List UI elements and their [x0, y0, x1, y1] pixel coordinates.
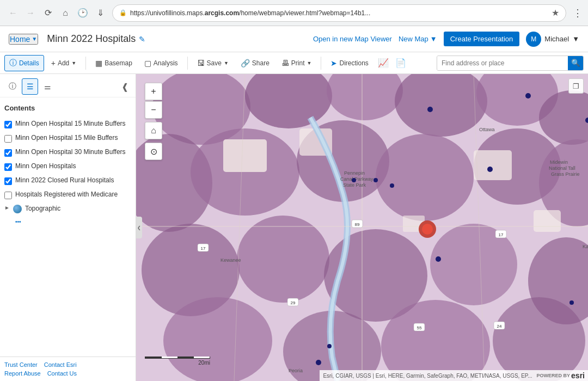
list-item[interactable]: Minn Open Hospital 15 Mile Buffers: [4, 134, 131, 143]
contact-us-link[interactable]: Contact Us: [47, 370, 77, 377]
list-item[interactable]: Hospitals Registered with Medicare: [4, 190, 131, 199]
layer-checkbox-l3[interactable]: [4, 149, 12, 157]
sidebar-collapse-handle[interactable]: ❮: [136, 217, 142, 238]
layer-checkbox-l5[interactable]: [4, 177, 12, 185]
trust-center-link[interactable]: Trust Center: [4, 361, 38, 368]
divider: [321, 57, 321, 70]
chevron-right-icon: ►: [4, 205, 10, 211]
svg-point-62: [487, 167, 493, 172]
svg-text:Peoria: Peoria: [289, 368, 303, 373]
forward-button[interactable]: →: [23, 5, 38, 21]
search-icon: 🔍: [571, 59, 580, 67]
sidebar-info-button[interactable]: ⓘ: [4, 78, 21, 95]
new-map-button[interactable]: New Map ▼: [399, 35, 437, 43]
locate-button[interactable]: ⊙: [145, 143, 162, 160]
sidebar-collapse-button[interactable]: ❰: [118, 80, 131, 93]
nav-buttons: ← → ⟳ ⌂ 🕑 ⇓: [5, 5, 108, 21]
layer-name: Minn Open Hospital 15 Mile Buffers: [15, 134, 118, 143]
user-menu[interactable]: M Michael ▼: [526, 32, 579, 47]
history-button[interactable]: 🕑: [75, 5, 90, 21]
add-button[interactable]: + Add ▼: [46, 55, 81, 71]
zoom-out-button[interactable]: −: [145, 101, 162, 119]
avatar: M: [526, 32, 541, 47]
download-button[interactable]: ⇓: [93, 5, 108, 21]
search-bar[interactable]: 🔍: [437, 56, 584, 71]
map-expand-button[interactable]: ❐: [568, 78, 584, 94]
reload-button[interactable]: ⟳: [40, 5, 56, 21]
app-header: Home ▼ Minn 2022 Hospitals ✎ Open in new…: [0, 26, 588, 52]
list-item[interactable]: Minn 2022 Closed Rural Hospitals: [4, 176, 131, 185]
share-icon: 🔗: [241, 59, 250, 67]
svg-text:17: 17: [499, 232, 504, 237]
svg-text:Grass Prairie: Grass Prairie: [551, 171, 580, 177]
print-icon: 🖶: [281, 59, 289, 67]
home-button[interactable]: ⌂: [58, 5, 73, 21]
zoom-in-button[interactable]: +: [145, 83, 162, 100]
url-text: https://univofillinois.maps.arcgis.com/h…: [130, 9, 548, 17]
layer-options-dots[interactable]: •••: [15, 219, 131, 225]
svg-text:17: 17: [201, 246, 206, 251]
info-icon: ⓘ: [9, 58, 17, 68]
table-button[interactable]: 📄: [393, 56, 408, 71]
share-button[interactable]: 🔗 Share: [236, 55, 274, 71]
report-abuse-link[interactable]: Report Abuse: [4, 370, 41, 377]
chart-icon: 📈: [378, 58, 389, 68]
sidebar-footer: Trust Center Contact Esri Report Abuse C…: [0, 357, 136, 381]
svg-text:24: 24: [497, 324, 502, 329]
layer-checkbox-l2[interactable]: [4, 135, 12, 143]
basemap-button[interactable]: ▦ Basemap: [90, 55, 137, 71]
list-item[interactable]: Minn Open Hospitals: [4, 162, 131, 171]
svg-text:29: 29: [291, 300, 296, 305]
esri-brand: esri: [571, 371, 585, 380]
map-svg: 89 17 55 24 29 17 Kewanee Ottawa Midewin…: [136, 74, 588, 381]
security-icon: 🔒: [119, 9, 127, 16]
svg-text:Ottawa: Ottawa: [479, 127, 495, 132]
list-item[interactable]: ► Topographic: [4, 205, 131, 213]
create-presentation-button[interactable]: Create Presentation: [444, 32, 520, 46]
sidebar-layers-button[interactable]: ☰: [22, 78, 38, 95]
search-input[interactable]: [437, 56, 568, 70]
edit-icon[interactable]: ✎: [139, 35, 145, 44]
chevron-down-icon: ▼: [224, 60, 229, 66]
search-button[interactable]: 🔍: [568, 56, 583, 71]
browser-menu-icon[interactable]: ⋮: [573, 7, 583, 19]
map-container[interactable]: 89 17 55 24 29 17 Kewanee Ottawa Midewin…: [136, 74, 588, 381]
list-item[interactable]: Minn Open Hospital 15 Minute Buffers: [4, 120, 131, 128]
svg-rect-26: [534, 210, 561, 232]
print-button[interactable]: 🖶 Print ▼: [277, 55, 317, 71]
chevron-down-icon: ▼: [572, 35, 579, 43]
map-title: Minn 2022 Hospitals ✎: [47, 33, 145, 45]
address-bar[interactable]: 🔒 https://univofillinois.maps.arcgis.com…: [112, 4, 566, 22]
toolbar: ⓘ Details + Add ▼ ▦ Basemap ▢ Analysis 🖫…: [0, 52, 588, 74]
chart-button[interactable]: 📈: [376, 56, 391, 71]
bookmark-icon[interactable]: ★: [552, 8, 559, 18]
svg-point-63: [436, 256, 441, 262]
svg-point-65: [316, 360, 321, 365]
list-item[interactable]: Minn Open Hospital 30 Minute Buffers: [4, 148, 131, 157]
save-button[interactable]: 🖫 Save ▼: [192, 55, 234, 71]
contact-esri-link[interactable]: Contact Esri: [44, 361, 77, 368]
scale-label: 20mi: [145, 360, 210, 366]
analysis-icon: ▢: [144, 59, 151, 67]
chevron-down-icon: ▼: [430, 35, 437, 43]
details-button[interactable]: ⓘ Details: [4, 55, 44, 71]
footer-links: Trust Center Contact Esri: [4, 361, 131, 368]
divider: [187, 57, 188, 70]
analysis-button[interactable]: ▢ Analysis: [139, 55, 183, 71]
basemap-icon: ▦: [95, 59, 102, 67]
default-extent-button[interactable]: ⌂: [145, 122, 162, 139]
sidebar-content: Contents Minn Open Hospital 15 Minute Bu…: [0, 97, 136, 357]
layer-checkbox-l1[interactable]: [4, 121, 12, 128]
svg-text:Kankakee: Kankakee: [583, 244, 588, 249]
open-new-viewer-button[interactable]: Open in new Map Viewer: [313, 35, 392, 43]
directions-button[interactable]: ➤ Directions: [326, 55, 373, 71]
back-button[interactable]: ←: [5, 5, 21, 21]
sidebar-legend-button[interactable]: ⚌: [39, 78, 56, 95]
plus-icon: +: [51, 59, 56, 67]
home-link[interactable]: Home ▼: [9, 34, 38, 45]
browser-chrome: ← → ⟳ ⌂ 🕑 ⇓ 🔒 https://univofillinois.map…: [0, 0, 588, 26]
layer-checkbox-l4[interactable]: [4, 163, 12, 171]
layer-checkbox-l6[interactable]: [4, 192, 12, 199]
svg-point-22: [493, 297, 585, 381]
svg-point-66: [327, 344, 332, 348]
